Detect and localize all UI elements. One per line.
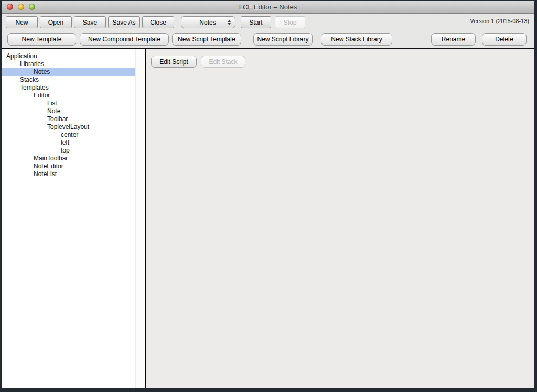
stop-button: Stop [275, 16, 305, 28]
zoom-window-icon[interactable] [29, 4, 35, 10]
create-toolbar-button[interactable]: New Compound Template [80, 33, 169, 46]
edit-button-group: Rename Delete [431, 33, 527, 46]
create-toolbar-button[interactable]: New Script Template [172, 33, 241, 46]
create-button-group: New Template New Compound Template New S… [7, 33, 392, 46]
create-toolbar-button[interactable]: New Stack Library [321, 33, 392, 46]
tree-item[interactable]: Templates [2, 84, 145, 92]
tree-item[interactable]: Toolbar [2, 115, 145, 123]
close-window-icon[interactable] [7, 4, 13, 10]
toolbar-area: New Open Save Save As Close Notes Start … [2, 14, 534, 49]
traffic-lights [7, 4, 35, 10]
file-toolbar-button[interactable]: Open [40, 16, 72, 28]
tree-item[interactable]: left [2, 139, 145, 147]
template-toolbar: New Template New Compound Template New S… [2, 33, 534, 48]
content-area: Application Libraries Notes Stacks Templ… [2, 49, 534, 388]
file-toolbar-button[interactable]: New [6, 16, 38, 28]
target-dropdown-value: Notes [181, 19, 228, 26]
target-dropdown[interactable]: Notes [181, 16, 235, 28]
edit-script-button[interactable]: Edit Script [151, 56, 197, 68]
tree-item[interactable]: Editor [2, 92, 145, 100]
tree-item[interactable]: Stacks [2, 76, 145, 84]
file-button-group: New Open Save Save As Close [6, 16, 176, 28]
tree-item[interactable]: MainToolbar [2, 155, 145, 162]
tree-item[interactable]: Note [2, 107, 145, 115]
primary-toolbar: New Open Save Save As Close Notes Start … [2, 16, 534, 28]
tree-item[interactable]: NoteList [2, 170, 145, 178]
title-bar[interactable]: LCF Editor – Notes [2, 1, 534, 14]
project-tree: Application Libraries Notes Stacks Templ… [2, 49, 145, 178]
file-toolbar-button[interactable]: Save As [108, 16, 140, 28]
start-button[interactable]: Start [241, 16, 271, 28]
rename-button[interactable]: Rename [431, 33, 476, 46]
create-toolbar-button[interactable]: New Script Library [253, 33, 313, 46]
app-window: LCF Editor – Notes New Open Save Save As… [2, 1, 534, 388]
tree-item[interactable]: top [2, 147, 145, 155]
tree-item[interactable]: List [2, 100, 145, 107]
detail-panel: Edit Script Edit Stack [146, 49, 534, 388]
file-toolbar-button[interactable]: Close [142, 16, 174, 28]
tree-item[interactable]: Notes [2, 68, 145, 76]
minimize-window-icon[interactable] [18, 4, 24, 10]
tree-item[interactable]: Application [2, 52, 145, 60]
create-toolbar-button[interactable]: New Template [7, 33, 76, 46]
file-toolbar-button[interactable]: Save [74, 16, 106, 28]
tree-item[interactable]: Libraries [2, 60, 145, 68]
tree-item[interactable]: center [2, 131, 145, 139]
project-tree-panel: Application Libraries Notes Stacks Templ… [2, 49, 146, 388]
up-down-stepper-icon [228, 20, 231, 25]
window-title: LCF Editor – Notes [2, 1, 534, 13]
delete-button[interactable]: Delete [482, 33, 527, 46]
version-label: Version 1 (2015-08-13) [470, 18, 529, 24]
tree-item[interactable]: NoteEditor [2, 162, 145, 170]
tree-item[interactable]: ToplevelLayout [2, 123, 145, 131]
tree-scrollbar-track[interactable] [135, 49, 145, 388]
edit-stack-button: Edit Stack [201, 56, 245, 68]
